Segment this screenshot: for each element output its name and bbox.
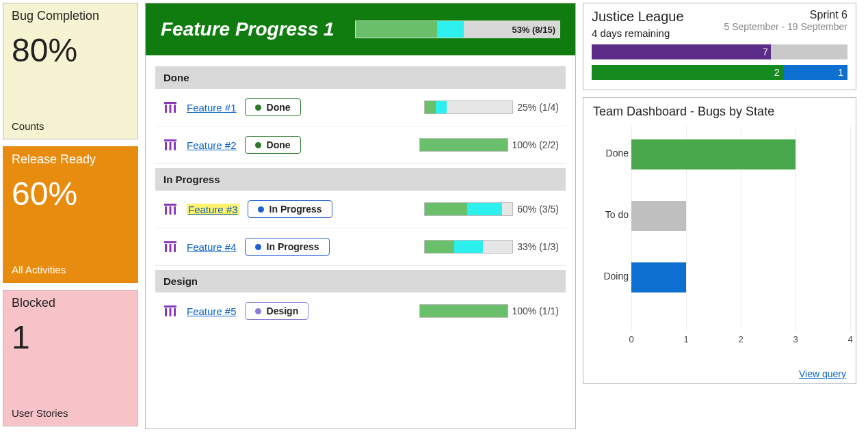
group-header-done: Done [155,66,566,89]
overall-progress-label: 53% (8/15) [512,21,555,38]
chart-category-label: To do [593,209,629,220]
kpi-tile-release-ready[interactable]: Release Ready60%All Activities [3,146,138,283]
svg-rect-15 [174,244,176,252]
progress-doing-segment [467,203,502,215]
svg-rect-0 [164,102,176,104]
feature-row: Feature #5Design100% (1/1) [155,292,566,329]
chart-bar [631,139,795,169]
sprint-header: Justice League 4 days remaining Sprint 6… [592,9,847,39]
sprint-days-remaining: 4 days remaining [592,27,724,39]
status-dot-icon [255,308,261,314]
x-axis-tick: 4 [847,334,852,344]
feature-icon [162,201,179,217]
svg-rect-18 [170,308,172,316]
feature-row: Feature #2Done100% (2/2) [155,126,566,164]
status-label: Design [267,305,299,316]
bugs-chart-title: Team Dashboard - Bugs by State [593,105,846,119]
feature-progress-label: 25% (1/4) [517,102,559,113]
feature-progress-label: 60% (3/5) [517,204,559,215]
status-label: In Progress [267,241,319,252]
chart-bar-row: Doing [631,262,686,292]
group-header-design: Design [155,270,566,292]
feature-icon [162,137,179,153]
status-label: Done [267,102,291,113]
left-tiles-column: Bug Completion80%CountsRelease Ready60%A… [3,3,138,429]
feature-progress-scroll[interactable]: DoneFeature #1Done25% (1/4)Feature #2Don… [146,55,575,416]
status-pill: Design [245,302,309,320]
sprint-dates: 5 September - 19 September [724,21,847,32]
bugs-chart-area: 01234DoneTo doDoing [631,126,842,344]
svg-rect-2 [170,105,172,113]
progress-doing-segment [454,241,483,253]
sprint-status-segment: 2 [592,65,784,80]
feature-link[interactable]: Feature #4 [187,241,237,253]
sprint-burndown-bar: 7 [592,44,847,59]
feature-row: Feature #3In Progress60% (3/5) [155,191,566,228]
chart-bar-row: Done [631,139,795,169]
svg-rect-13 [165,244,167,252]
progress-done-segment [425,203,466,215]
x-axis-tick: 2 [738,334,743,344]
bugs-by-state-panel: Team Dashboard - Bugs by State 01234Done… [583,97,856,384]
view-query-link[interactable]: View query [799,368,846,379]
feature-link[interactable]: Feature #2 [187,139,237,151]
status-dot-icon [258,206,264,213]
feature-progress-bar [424,100,513,114]
status-pill: Done [245,98,301,116]
status-pill: In Progress [248,200,332,218]
svg-rect-4 [164,139,176,141]
tile-value: 80% [12,33,129,69]
progress-doing-segment [436,101,447,113]
svg-rect-16 [164,305,176,308]
sprint-burndown-value: 7 [592,44,771,59]
tile-title: Release Ready [12,152,129,167]
svg-rect-14 [170,244,172,252]
status-label: In Progress [269,204,322,215]
tile-subtitle: User Stories [12,407,129,419]
feature-link[interactable]: Feature #1 [187,102,237,113]
feature-progress-bar [419,138,508,152]
overall-progress-doing-segment [437,21,464,38]
status-dot-icon [255,244,261,250]
feature-progress-label: 100% (1/1) [512,305,559,316]
svg-rect-8 [164,204,176,206]
progress-done-segment [425,101,435,113]
tile-subtitle: Counts [12,120,129,132]
svg-rect-10 [170,206,172,215]
feature-progress-bar [424,240,513,254]
svg-rect-5 [165,142,167,150]
x-axis-tick: 3 [793,334,798,344]
feature-progress-header: Feature Progress 1 53% (8/15) [146,3,575,55]
group-header-in-progress: In Progress [155,168,566,191]
tile-value: 60% [12,176,129,213]
status-dot-icon [255,105,261,111]
feature-row: Feature #1Done25% (1/4) [155,89,566,126]
chart-category-label: Done [593,148,629,159]
svg-rect-6 [170,142,172,150]
overall-progress-bar: 53% (8/15) [355,21,560,38]
tile-title: Bug Completion [12,9,129,23]
progress-done-segment [420,139,508,151]
sprint-name: Sprint 6 [724,9,847,21]
kpi-tile-blocked[interactable]: Blocked1User Stories [3,290,138,426]
feature-progress-title: Feature Progress 1 [161,18,334,40]
progress-done-segment [420,305,508,317]
x-axis-tick: 1 [683,334,688,344]
feature-progress-label: 33% (1/3) [517,241,559,252]
feature-link[interactable]: Feature #5 [187,305,237,317]
feature-progress-panel: Feature Progress 1 53% (8/15) DoneFeatur… [145,3,576,429]
svg-rect-3 [174,105,176,113]
tile-title: Blocked [12,296,129,310]
chart-bar [631,262,686,292]
feature-progress-column: Feature Progress 1 53% (8/15) DoneFeatur… [145,3,576,429]
feature-row: Feature #4In Progress33% (1/3) [155,228,566,266]
status-dot-icon [255,142,261,148]
chart-bar [631,201,686,231]
sprint-status-bar: 21 [592,65,847,80]
status-pill: In Progress [245,238,330,256]
kpi-tile-bug-completion[interactable]: Bug Completion80%Counts [3,3,138,139]
svg-rect-7 [174,142,176,150]
feature-link[interactable]: Feature #3 [187,204,239,215]
feature-icon [162,99,179,115]
team-name: Justice League [592,9,724,25]
